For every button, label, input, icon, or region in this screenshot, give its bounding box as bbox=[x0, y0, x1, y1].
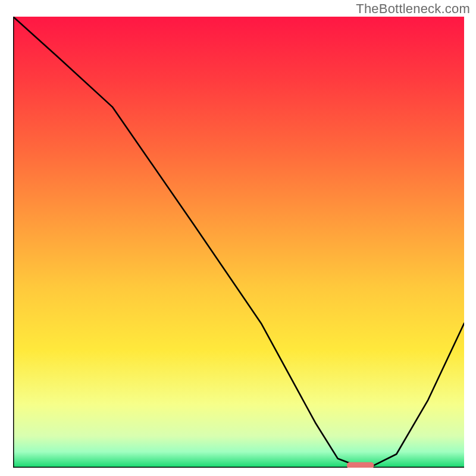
bottleneck-chart bbox=[13, 17, 464, 468]
optimal-marker bbox=[347, 462, 374, 468]
chart-container bbox=[13, 17, 464, 468]
gradient-background bbox=[13, 17, 464, 468]
watermark-text: TheBottleneck.com bbox=[356, 1, 470, 17]
